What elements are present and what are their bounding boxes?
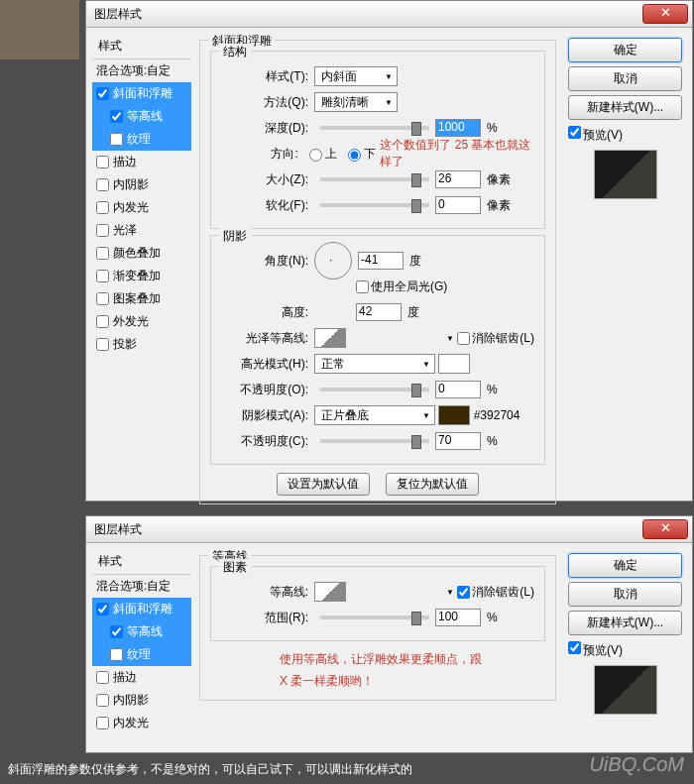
close-button[interactable]: ✕: [642, 4, 688, 24]
hilite-color-swatch[interactable]: [438, 354, 470, 374]
bevel-checkbox[interactable]: [96, 87, 109, 100]
preview-swatch: [594, 150, 657, 199]
ok-button[interactable]: 确定: [568, 38, 682, 62]
direction-note: 这个数值到了 25 基本也就这样了: [380, 137, 534, 170]
dialog-title: 图层样式: [90, 521, 642, 538]
sidebar-item-texture[interactable]: 纹理: [92, 128, 191, 151]
depth-input[interactable]: 1000: [435, 119, 481, 137]
styles-sidebar: 样式 混合选项:自定 斜面和浮雕 等高线 纹理 描边 内阴影 内发光: [92, 549, 191, 734]
right-panel: 确定 取消 新建样式(W)... 预览(V): [564, 34, 686, 510]
chevron-down-icon[interactable]: ▼: [446, 588, 454, 597]
sidebar-item-texture[interactable]: 纹理: [92, 643, 191, 666]
shadow-color-note: #392704: [474, 408, 520, 422]
sidebar-header: 样式: [92, 34, 191, 59]
depth-slider[interactable]: [320, 126, 429, 130]
right-panel: 确定 取消 新建样式(W)... 预览(V): [564, 549, 686, 734]
sidebar-item-innerglow[interactable]: 内发光: [92, 196, 191, 219]
shadow-color-swatch[interactable]: [438, 405, 470, 425]
shadow-opacity-input[interactable]: 70: [435, 432, 481, 450]
elem-title: 图素: [219, 559, 251, 576]
blend-options[interactable]: 混合选项:自定: [92, 59, 191, 82]
styles-sidebar: 样式 混合选项:自定 斜面和浮雕 等高线 纹理 描边 内阴影 内发光 光泽 颜色…: [92, 34, 191, 510]
altitude-input[interactable]: 42: [356, 303, 402, 321]
blend-options[interactable]: 混合选项:自定: [92, 575, 191, 598]
method-select[interactable]: 雕刻清晰▼: [314, 92, 398, 112]
chevron-down-icon: ▼: [422, 360, 430, 369]
background-thumbnail: [0, 0, 79, 59]
settings-panel: 斜面和浮雕 结构 样式(T):内斜面▼ 方法(Q):雕刻清晰▼ 深度(D):10…: [191, 34, 564, 510]
shadow-title: 阴影: [219, 228, 251, 245]
structure-title: 结构: [219, 44, 251, 60]
reset-default-button[interactable]: 复位为默认值: [386, 473, 479, 496]
sidebar-item-bevel[interactable]: 斜面和浮雕: [92, 598, 191, 620]
dir-up-radio[interactable]: [309, 149, 322, 162]
cancel-button[interactable]: 取消: [568, 582, 682, 607]
soften-input[interactable]: 0: [435, 196, 481, 214]
make-default-button[interactable]: 设置为默认值: [277, 473, 370, 496]
dir-down-radio[interactable]: [348, 149, 361, 162]
sidebar-item-innershadow[interactable]: 内阴影: [92, 173, 191, 196]
sidebar-item-innerglow[interactable]: 内发光: [92, 712, 191, 734]
sidebar-item-contour[interactable]: 等高线: [92, 620, 191, 643]
watermark: UiBQ.CoM: [589, 753, 684, 776]
close-button[interactable]: ✕: [642, 519, 688, 539]
texture-checkbox[interactable]: [110, 133, 123, 146]
chevron-down-icon: ▼: [385, 98, 393, 107]
layer-style-dialog-2: 图层样式 ✕ 样式 混合选项:自定 斜面和浮雕 等高线 纹理 描边 内阴影 内发…: [85, 515, 693, 753]
dialog-title: 图层样式: [90, 6, 642, 23]
chevron-down-icon: ▼: [385, 72, 393, 81]
sidebar-item-stroke[interactable]: 描边: [92, 666, 191, 689]
sidebar-item-gradientoverlay[interactable]: 渐变叠加: [92, 265, 191, 287]
sidebar-item-satin[interactable]: 光泽: [92, 219, 191, 242]
hilite-mode-select[interactable]: 正常▼: [314, 354, 435, 374]
global-light-checkbox[interactable]: [356, 280, 369, 293]
style-select[interactable]: 内斜面▼: [314, 66, 398, 86]
angle-input[interactable]: -41: [358, 252, 404, 270]
shadow-mode-select[interactable]: 正片叠底▼: [314, 405, 435, 425]
sidebar-item-patternoverlay[interactable]: 图案叠加: [92, 287, 191, 310]
new-style-button[interactable]: 新建样式(W)...: [568, 611, 682, 635]
titlebar: 图层样式 ✕: [86, 516, 692, 543]
new-style-button[interactable]: 新建样式(W)...: [568, 95, 682, 120]
sidebar-item-coloroverlay[interactable]: 颜色叠加: [92, 242, 191, 265]
antialias-checkbox[interactable]: [457, 332, 470, 345]
range-input[interactable]: 100: [435, 609, 481, 626]
size-slider[interactable]: [320, 177, 429, 181]
contour-note: 使用等高线，让浮雕效果更柔顺点，跟 X 柔一样柔顺哟！: [280, 649, 545, 692]
settings-panel: 等高线 图素 等高线: ▼ 消除锯齿(L) 范围(R):100% 使用等高线，让…: [191, 549, 564, 734]
sidebar-item-dropshadow[interactable]: 投影: [92, 333, 191, 356]
chevron-down-icon[interactable]: ▼: [446, 334, 454, 343]
sidebar-item-innershadow[interactable]: 内阴影: [92, 689, 191, 712]
shadow-opacity-slider[interactable]: [320, 439, 429, 443]
antialias-checkbox[interactable]: [457, 586, 470, 599]
preview-checkbox[interactable]: [568, 641, 581, 654]
sidebar-item-bevel[interactable]: 斜面和浮雕: [92, 82, 191, 105]
cancel-button[interactable]: 取消: [568, 66, 682, 91]
preview-swatch: [594, 665, 657, 715]
hilite-opacity-input[interactable]: 0: [435, 381, 481, 398]
soften-slider[interactable]: [320, 203, 429, 207]
hilite-opacity-slider[interactable]: [320, 388, 429, 392]
contour-checkbox[interactable]: [110, 110, 123, 123]
sidebar-item-outerglow[interactable]: 外发光: [92, 310, 191, 333]
layer-style-dialog-1: 图层样式 ✕ 样式 混合选项:自定 斜面和浮雕 等高线 纹理 描边 内阴影 内发…: [85, 0, 693, 502]
gloss-contour-picker[interactable]: [314, 328, 346, 348]
preview-checkbox[interactable]: [568, 126, 581, 139]
range-slider[interactable]: [320, 616, 429, 619]
sidebar-header: 样式: [92, 549, 191, 575]
ok-button[interactable]: 确定: [568, 553, 682, 578]
sidebar-item-contour[interactable]: 等高线: [92, 105, 191, 128]
chevron-down-icon: ▼: [422, 411, 430, 420]
sidebar-item-stroke[interactable]: 描边: [92, 151, 191, 173]
angle-widget[interactable]: [314, 242, 352, 280]
titlebar: 图层样式 ✕: [86, 1, 692, 28]
contour-picker[interactable]: [314, 582, 346, 602]
size-input[interactable]: 26: [435, 170, 481, 188]
